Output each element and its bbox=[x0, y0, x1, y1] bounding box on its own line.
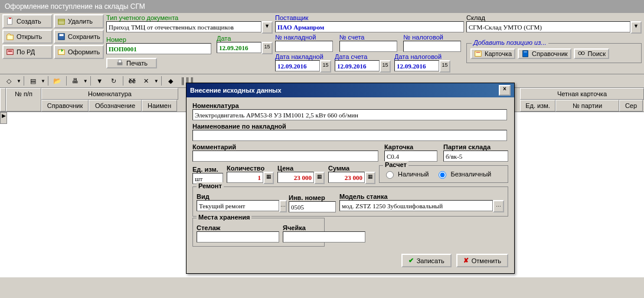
kind-more-icon[interactable]: … bbox=[279, 200, 287, 212]
save-button[interactable]: Сохранить bbox=[54, 30, 104, 44]
doctype-input[interactable] bbox=[106, 21, 261, 32]
print-button[interactable]: Печать bbox=[106, 58, 157, 68]
col-uk[interactable]: Четная карточка bbox=[520, 88, 644, 100]
dialog-save-button[interactable]: ✔Записать bbox=[401, 254, 452, 267]
svg-rect-0 bbox=[8, 18, 12, 25]
taxdate-picker[interactable]: 15 bbox=[439, 60, 450, 73]
process-button[interactable]: Оформить bbox=[54, 45, 104, 59]
invnumf-input[interactable] bbox=[289, 201, 336, 212]
qty-label: Количество bbox=[227, 165, 274, 172]
svg-rect-11 bbox=[118, 60, 121, 63]
qty-input[interactable] bbox=[227, 172, 263, 183]
comment-label: Комментарий bbox=[192, 143, 378, 150]
docdate-label: Дата bbox=[217, 35, 273, 42]
cash-radio[interactable]: Наличный bbox=[383, 169, 429, 179]
kind-input[interactable] bbox=[197, 200, 279, 211]
taxnum-input[interactable] bbox=[403, 41, 461, 52]
model-input[interactable] bbox=[339, 200, 493, 211]
col-spr[interactable]: Справочник bbox=[41, 100, 89, 112]
tb-filter-icon[interactable]: ▼ bbox=[93, 75, 106, 87]
invdate-input[interactable] bbox=[275, 60, 320, 71]
tb-pin-icon[interactable]: ◆ bbox=[164, 75, 177, 87]
cell-input[interactable] bbox=[283, 231, 365, 243]
col-obz[interactable]: Обозначение bbox=[89, 100, 142, 112]
taxnum-label: № налоговой bbox=[403, 34, 464, 41]
svg-rect-12 bbox=[475, 51, 482, 57]
close-icon[interactable]: × bbox=[499, 85, 511, 96]
ref-button[interactable]: Справочник bbox=[518, 48, 571, 59]
price-calc-icon[interactable]: ▦ bbox=[314, 172, 325, 184]
svg-rect-2 bbox=[58, 19, 65, 21]
svg-point-17 bbox=[581, 52, 584, 55]
storage-legend: Места хранения bbox=[197, 214, 251, 221]
calc-legend: Расчет bbox=[383, 161, 408, 168]
docnum-label: Номер bbox=[106, 36, 213, 43]
kind-label: Вид bbox=[197, 193, 285, 200]
dialog-cancel-button[interactable]: ✘Отменить bbox=[456, 254, 508, 267]
tb-open-icon[interactable]: 📂 bbox=[51, 75, 64, 87]
delete-button[interactable]: Удалить bbox=[54, 14, 104, 28]
tb-card-icon[interactable]: ▤ bbox=[27, 75, 40, 87]
col-naim[interactable]: Наимен bbox=[142, 100, 177, 112]
create-button[interactable]: Создать bbox=[2, 14, 53, 28]
invdate-label: Дата накладной bbox=[275, 53, 331, 60]
tb-new-icon[interactable]: ◇ bbox=[2, 75, 15, 87]
docdate-picker[interactable]: 15 bbox=[261, 42, 273, 54]
docdate-input[interactable] bbox=[217, 42, 261, 53]
svg-rect-5 bbox=[60, 34, 64, 37]
svg-point-16 bbox=[578, 52, 581, 55]
supplier-label: Поставщик bbox=[275, 14, 464, 21]
nameinv-input[interactable] bbox=[192, 130, 507, 141]
sklad-dropdown[interactable]: ▼ bbox=[630, 21, 642, 34]
tb-tools-icon[interactable]: ✕ bbox=[140, 75, 153, 87]
party-label: Партия склада bbox=[443, 143, 508, 150]
col-nomen[interactable]: Номенклатура bbox=[41, 88, 178, 100]
model-more-icon[interactable]: … bbox=[493, 200, 504, 212]
doctype-dropdown[interactable]: ▼ bbox=[261, 21, 273, 34]
add-position-legend: Добавить позицию из... bbox=[472, 39, 548, 46]
col-ser[interactable]: Сер bbox=[619, 100, 643, 112]
supplier-input[interactable] bbox=[275, 21, 464, 32]
svg-rect-13 bbox=[476, 52, 480, 53]
cardf-label: Карточка bbox=[384, 143, 437, 150]
col-npp[interactable]: № п/п bbox=[6, 88, 41, 112]
sklad-input[interactable] bbox=[466, 21, 630, 32]
dialog-title: Внесение исходных данных bbox=[190, 87, 282, 94]
qty-calc-icon[interactable]: ▦ bbox=[263, 172, 274, 184]
search-button[interactable]: Поиск bbox=[574, 48, 609, 59]
open-button[interactable]: Открыть bbox=[2, 30, 53, 44]
accnum-input[interactable] bbox=[339, 41, 397, 52]
nomen-input[interactable] bbox=[192, 109, 507, 120]
svg-rect-7 bbox=[8, 50, 12, 51]
cardf-input[interactable] bbox=[384, 150, 437, 162]
tb-search-icon[interactable]: ĕĕ bbox=[126, 75, 139, 87]
by-rd-button[interactable]: По РД bbox=[2, 45, 53, 59]
card-button[interactable]: Карточка bbox=[470, 48, 515, 59]
repair-legend: Ремонт bbox=[197, 182, 224, 189]
invdate-picker[interactable]: 15 bbox=[320, 60, 331, 73]
party-input[interactable] bbox=[443, 150, 508, 162]
row-marker bbox=[0, 88, 6, 112]
tb-print-icon[interactable]: 🖶 bbox=[69, 75, 82, 87]
sum-input[interactable] bbox=[328, 172, 365, 183]
comment-input[interactable] bbox=[192, 150, 378, 162]
invnum-label: № накладной bbox=[275, 34, 336, 41]
svg-rect-15 bbox=[524, 52, 527, 53]
sum-calc-icon[interactable]: ▦ bbox=[365, 172, 375, 184]
taxdate-input[interactable] bbox=[394, 60, 439, 71]
docnum-input[interactable] bbox=[106, 43, 211, 54]
accdate-picker[interactable]: 15 bbox=[380, 60, 391, 73]
tb-refresh-icon[interactable]: ↻ bbox=[107, 75, 120, 87]
col-part[interactable]: № партии bbox=[555, 100, 619, 112]
shelf-label: Стелаж bbox=[197, 224, 279, 231]
price-input[interactable] bbox=[277, 172, 314, 183]
doctype-label: Тип учетного документа bbox=[106, 14, 273, 21]
noncash-radio[interactable]: Безналичный bbox=[436, 169, 491, 179]
col-ed[interactable]: Ед. изм. bbox=[520, 100, 555, 112]
invnum-input[interactable] bbox=[275, 41, 333, 52]
svg-rect-8 bbox=[8, 51, 12, 52]
shelf-input[interactable] bbox=[197, 231, 279, 243]
accdate-input[interactable] bbox=[335, 60, 380, 71]
ed-label: Ед. изм. bbox=[192, 166, 223, 173]
sum-label: Сумма bbox=[328, 165, 375, 172]
